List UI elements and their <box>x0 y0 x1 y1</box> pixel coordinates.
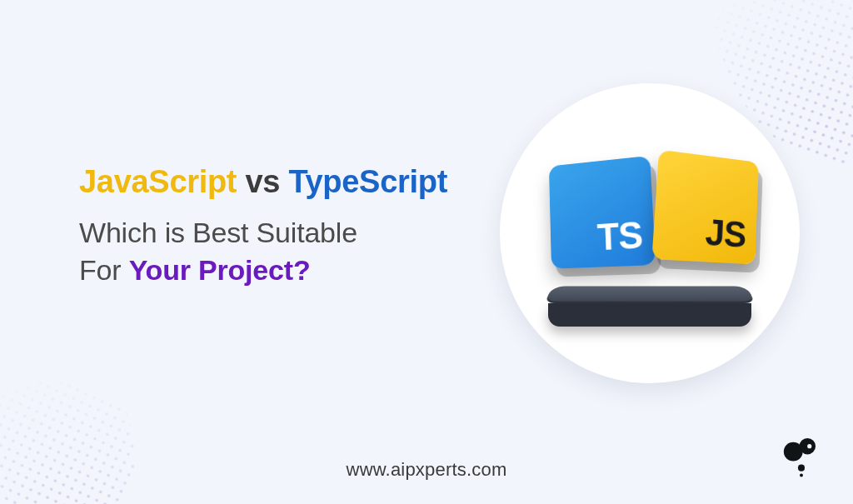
headline-block: JavaScript vs TypeScript Which is Best S… <box>79 162 479 290</box>
svg-point-8 <box>800 474 803 477</box>
footer-url: www.aipxperts.com <box>0 459 853 481</box>
question-line-2-prefix: For <box>79 254 129 286</box>
tile-typescript: TS <box>549 156 656 269</box>
hero-stage: TS JS <box>533 158 766 342</box>
svg-point-7 <box>798 465 805 472</box>
question-emphasis: Your Project? <box>129 254 311 286</box>
term-vs: vs <box>246 164 281 199</box>
hero-circle: TS JS <box>500 83 800 383</box>
tile-ts-label: TS <box>596 214 643 259</box>
question-line-1: Which is Best Suitable <box>79 217 357 248</box>
headline-line-1: JavaScript vs TypeScript <box>79 162 479 202</box>
pedestal <box>541 273 758 327</box>
tile-js-label: JS <box>704 212 746 256</box>
headline-question: Which is Best Suitable For Your Project? <box>79 214 479 291</box>
term-typescript: TypeScript <box>288 164 447 199</box>
svg-point-6 <box>807 444 811 448</box>
tile-javascript: JS <box>651 150 758 265</box>
brand-logo-icon <box>780 434 823 477</box>
term-javascript: JavaScript <box>79 164 237 199</box>
